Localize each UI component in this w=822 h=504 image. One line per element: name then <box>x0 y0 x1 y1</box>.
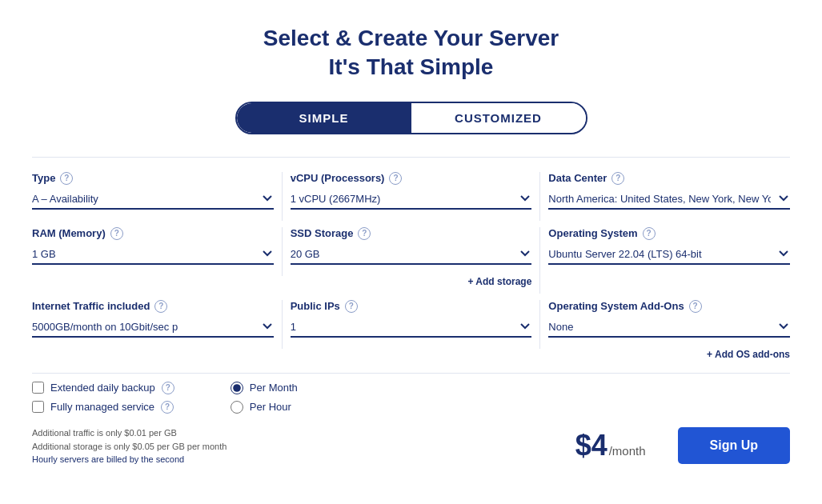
vcpu-help-icon[interactable]: ? <box>389 172 402 185</box>
ram-label: RAM (Memory) <box>32 227 106 239</box>
ram-help-icon[interactable]: ? <box>110 227 123 240</box>
os-addons-label: Operating System Add-Ons <box>548 300 684 312</box>
note-line3: Hourly servers are billed by the second <box>32 454 227 464</box>
ram-select[interactable]: 1 GB <box>32 245 274 265</box>
page-title: Select & Create Your Server It's That Si… <box>32 24 790 82</box>
os-label: Operating System <box>548 227 637 239</box>
per-month-radio[interactable] <box>231 382 243 394</box>
extended-backup-checkbox[interactable] <box>32 382 44 394</box>
note-line2: Additional storage is only $0.05 per GB … <box>32 440 227 454</box>
extended-backup-checkbox-item[interactable]: Extended daily backup ? <box>32 382 174 394</box>
options-row: Extended daily backup ? Fully managed se… <box>32 382 790 414</box>
os-addons-field-col: Operating System Add-Ons ? None + Add OS… <box>540 300 790 366</box>
fully-managed-help-icon[interactable]: ? <box>161 401 174 414</box>
type-label: Type <box>32 172 55 184</box>
form-row-3: Internet Traffic included ? 5000GB/month… <box>32 300 790 366</box>
os-addons-label-row: Operating System Add-Ons ? <box>548 300 790 313</box>
divider <box>32 373 790 374</box>
ssd-help-icon[interactable]: ? <box>358 227 371 240</box>
public-ips-help-icon[interactable]: ? <box>345 300 358 313</box>
internet-help-icon[interactable]: ? <box>154 300 167 313</box>
note-line1: Additional traffic is only $0.01 per GB <box>32 426 227 441</box>
type-label-row: Type ? <box>32 172 274 185</box>
datacenter-help-icon[interactable]: ? <box>611 172 624 185</box>
per-hour-label: Per Hour <box>250 401 291 413</box>
main-container: Select & Create Your Server It's That Si… <box>0 0 822 504</box>
signup-button[interactable]: Sign Up <box>678 427 790 464</box>
form-row-1: Type ? A – Availability vCPU (Processors… <box>32 172 790 221</box>
price-display-wrapper: $4/month <box>575 429 646 462</box>
vcpu-field-col: vCPU (Processors) ? 1 vCPU (2667MHz) <box>283 172 541 221</box>
fully-managed-checkbox-item[interactable]: Fully managed service ? <box>32 401 174 414</box>
ssd-field-col: SSD Storage ? 20 GB + Add storage <box>283 227 541 294</box>
toggle-row: SIMPLE CUSTOMIZED <box>32 102 790 134</box>
internet-label: Internet Traffic included <box>32 300 150 312</box>
vcpu-label-row: vCPU (Processors) ? <box>291 172 532 185</box>
simple-toggle-button[interactable]: SIMPLE <box>237 103 411 133</box>
datacenter-label: Data Center <box>548 172 607 184</box>
ram-label-row: RAM (Memory) ? <box>32 227 274 240</box>
public-ips-label-row: Public IPs ? <box>291 300 532 313</box>
datacenter-select[interactable]: North America: United States, New York, … <box>548 190 790 210</box>
per-hour-radio-item[interactable]: Per Hour <box>231 401 298 414</box>
per-month-label: Per Month <box>250 382 298 394</box>
notes-section: Additional traffic is only $0.01 per GB … <box>32 426 227 464</box>
per-month-radio-item[interactable]: Per Month <box>231 382 298 394</box>
type-select[interactable]: A – Availability <box>32 190 274 210</box>
os-addons-help-icon[interactable]: ? <box>689 300 702 313</box>
ssd-select[interactable]: 20 GB <box>291 245 532 265</box>
internet-select[interactable]: 5000GB/month on 10Gbit/sec p <box>32 318 274 338</box>
os-help-icon[interactable]: ? <box>643 227 656 240</box>
bottom-row: Additional traffic is only $0.01 per GB … <box>32 420 790 464</box>
form-section: Type ? A – Availability vCPU (Processors… <box>32 157 790 464</box>
os-field-col: Operating System ? Ubuntu Server 22.04 (… <box>540 227 790 276</box>
extended-backup-help-icon[interactable]: ? <box>162 382 174 394</box>
form-row-2: RAM (Memory) ? 1 GB SSD Storage ? 20 GB … <box>32 227 790 294</box>
public-ips-field-col: Public IPs ? 1 <box>283 300 541 349</box>
type-help-icon[interactable]: ? <box>60 172 73 185</box>
os-label-row: Operating System ? <box>548 227 790 240</box>
datacenter-label-row: Data Center ? <box>548 172 790 185</box>
per-hour-radio[interactable] <box>231 401 243 414</box>
os-select[interactable]: Ubuntu Server 22.04 (LTS) 64-bit <box>548 245 790 265</box>
pricing-signup-row: $4/month Sign Up <box>575 427 790 464</box>
vcpu-label: vCPU (Processors) <box>291 172 385 184</box>
extended-backup-label: Extended daily backup <box>50 382 155 394</box>
radio-group: Per Month Per Hour <box>231 382 298 414</box>
toggle-container: SIMPLE CUSTOMIZED <box>235 102 587 134</box>
datacenter-field-col: Data Center ? North America: United Stat… <box>540 172 790 221</box>
fully-managed-checkbox[interactable] <box>32 401 44 413</box>
public-ips-select[interactable]: 1 <box>291 318 532 338</box>
ssd-label: SSD Storage <box>291 227 354 239</box>
checkbox-group: Extended daily backup ? Fully managed se… <box>32 382 174 414</box>
add-os-addons-link[interactable]: + Add OS add-ons <box>548 349 790 360</box>
ram-field-col: RAM (Memory) ? 1 GB <box>32 227 283 276</box>
price-unit: /month <box>609 444 646 458</box>
add-storage-link[interactable]: + Add storage <box>291 276 532 287</box>
os-addons-select[interactable]: None <box>548 318 790 338</box>
internet-field-col: Internet Traffic included ? 5000GB/month… <box>32 300 283 349</box>
customized-toggle-button[interactable]: CUSTOMIZED <box>411 103 586 133</box>
fully-managed-label: Fully managed service <box>50 401 154 413</box>
public-ips-label: Public IPs <box>291 300 340 312</box>
vcpu-select[interactable]: 1 vCPU (2667MHz) <box>291 190 532 210</box>
ssd-label-row: SSD Storage ? <box>291 227 532 240</box>
internet-label-row: Internet Traffic included ? <box>32 300 274 313</box>
type-field-col: Type ? A – Availability <box>32 172 283 221</box>
price-amount: $4 <box>575 429 607 462</box>
